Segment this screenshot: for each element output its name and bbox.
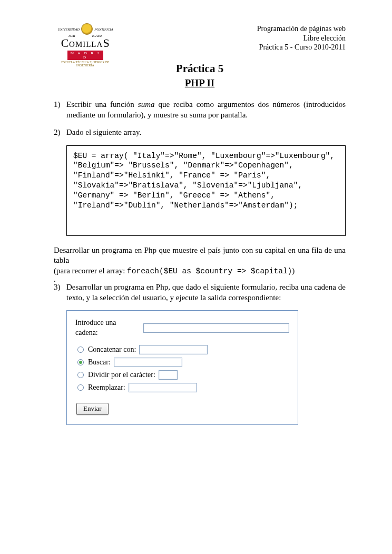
paragraph-develop: Desarrollar un programa en Php que muest…: [54, 245, 346, 266]
q1-pre: Escribir una función: [66, 100, 138, 108]
logo-name-mid: OMILLA: [69, 40, 103, 49]
lone-dot: .: [54, 276, 346, 282]
para2-post: ): [292, 266, 295, 275]
code-block: $EU = array( "Italy"=>"Rome", "Luxembour…: [66, 145, 346, 236]
cadena-input[interactable]: [143, 323, 290, 333]
logo-madrid: M A D R I D: [67, 51, 103, 60]
form-opt4-row: Reemplazar:: [75, 383, 289, 392]
q1-body: Escribir una función suma que reciba com…: [66, 100, 346, 120]
form-opt1-row: Concatenar con:: [75, 345, 289, 354]
form-screenshot: Introduce una cadena: Concatenar con: Bu…: [66, 310, 298, 425]
paragraph-foreach: (para recorrer el array: foreach($EU as …: [54, 266, 346, 276]
page-header: UNIVERSIDAD PONTIFICIA ICAI ICADE C OMIL…: [54, 23, 346, 55]
q2-body: Dado el siguiente array.: [66, 127, 346, 138]
header-line3: Práctica 5 - Curso 2010-2011: [257, 43, 346, 52]
logo-arc-left: UNIVERSIDAD: [57, 27, 80, 31]
university-logo: UNIVERSIDAD PONTIFICIA ICAI ICADE C OMIL…: [54, 23, 117, 55]
logo-name-c: C: [61, 36, 69, 50]
content-body: 1) Escribir una función suma que reciba …: [54, 100, 346, 425]
logo-icai: ICAI: [68, 34, 75, 37]
page-subtitle: PHP II: [54, 77, 346, 89]
radio-buscar[interactable]: [77, 359, 84, 365]
enviar-button[interactable]: Enviar: [76, 403, 109, 415]
form-opt3-row: Dividir por el carácter:: [75, 370, 289, 380]
logo-arc-right: PONTIFICIA: [94, 27, 113, 31]
opt2-label: Buscar:: [88, 358, 111, 367]
logo-icade: ICADE: [92, 34, 102, 37]
reemplazar-input[interactable]: [129, 383, 197, 392]
radio-concatenar[interactable]: [77, 347, 84, 353]
q3-body: Desarrollar un programa en Php, que dado…: [66, 282, 346, 303]
q2-number: 2): [54, 127, 66, 138]
opt1-label: Concatenar con:: [88, 345, 136, 354]
form-opt2-row: Buscar:: [75, 358, 289, 367]
concatenar-input[interactable]: [139, 345, 208, 354]
buscar-input[interactable]: [114, 358, 182, 367]
header-info: Programación de páginas web Libre elecci…: [257, 23, 346, 52]
logo-name-s: S: [103, 36, 110, 50]
logo-subtitle: ESCUELA TÉCNICA SUPERIOR DE INGENIERÍA: [54, 61, 117, 67]
para2-code: foreach($EU as $country => $capital): [127, 267, 292, 275]
q3-number: 3): [54, 282, 66, 303]
header-line2: Libre elección: [257, 34, 346, 43]
form-intro-label: Introduce una cadena:: [75, 318, 140, 337]
header-line1: Programación de páginas web: [257, 24, 346, 34]
logo-seal-icon: [81, 23, 93, 35]
question-1: 1) Escribir una función suma que reciba …: [54, 100, 346, 120]
radio-reemplazar[interactable]: [77, 384, 84, 391]
dividir-input[interactable]: [159, 370, 178, 380]
opt3-label: Dividir por el carácter:: [88, 370, 155, 380]
q1-em: suma: [138, 100, 155, 108]
para2-pre: (para recorrer el array:: [54, 266, 127, 275]
radio-dividir[interactable]: [77, 372, 84, 378]
form-intro-row: Introduce una cadena:: [75, 318, 289, 337]
question-2: 2) Dado el siguiente array.: [54, 127, 346, 138]
opt4-label: Reemplazar:: [88, 383, 125, 392]
q1-number: 1): [54, 100, 66, 120]
question-3: 3) Desarrollar un programa en Php, que d…: [54, 282, 346, 303]
